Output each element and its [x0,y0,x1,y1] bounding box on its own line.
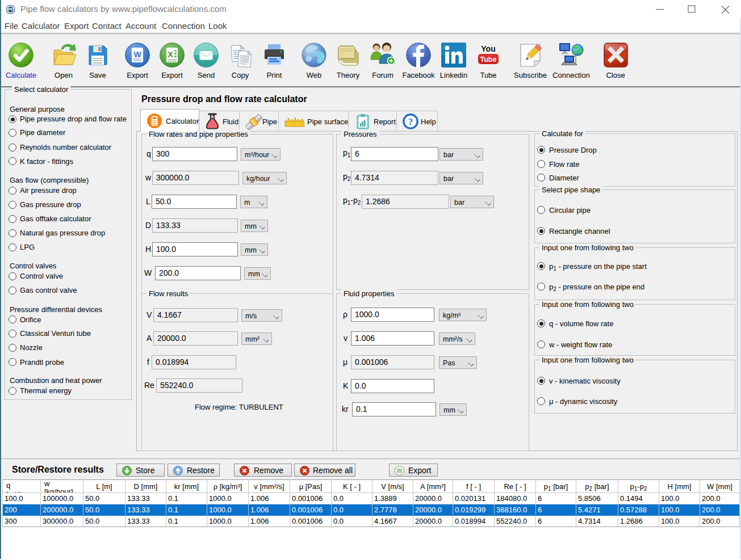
svg-text:Tube: Tube [480,56,497,64]
svg-text:X: X [168,50,173,59]
svg-text:PF: PF [8,7,14,12]
svg-text:W: W [133,50,141,59]
svg-text:?: ? [408,116,413,127]
svg-text:You: You [481,44,495,53]
